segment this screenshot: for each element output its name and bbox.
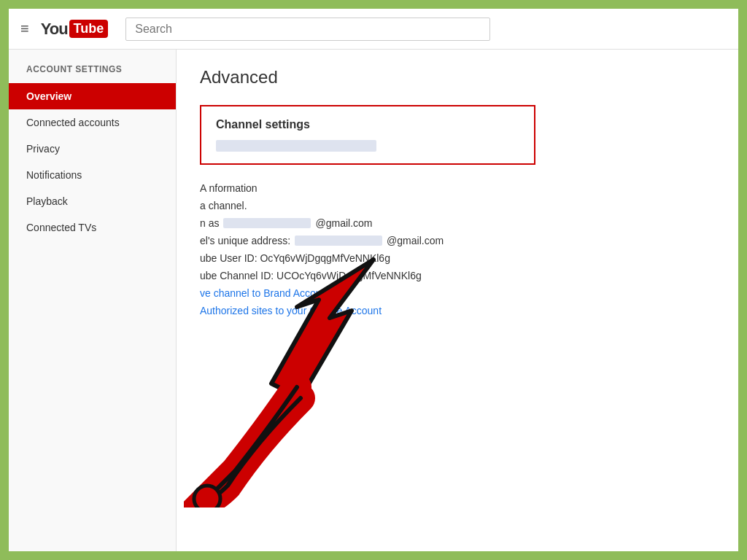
search-input[interactable] bbox=[125, 18, 490, 41]
youtube-text: You bbox=[41, 20, 68, 39]
youtube-logo: You Tube bbox=[41, 20, 109, 39]
channel-settings-blurred bbox=[216, 140, 376, 152]
address-blurred bbox=[295, 236, 382, 246]
sidebar-item-connected-tvs[interactable]: Connected TVs bbox=[9, 214, 176, 241]
svg-point-1 bbox=[194, 486, 220, 508]
sidebar-item-notifications[interactable]: Notifications bbox=[9, 162, 176, 188]
sidebar-item-connected-accounts[interactable]: Connected accounts bbox=[9, 109, 176, 136]
section-title-partial: A nformation bbox=[200, 182, 715, 194]
signed-in-label: n as bbox=[200, 217, 219, 229]
signed-in-suffix: @gmail.com bbox=[315, 217, 372, 229]
hamburger-menu-icon[interactable]: ≡ bbox=[20, 20, 29, 37]
youtube-box-text: Tube bbox=[69, 20, 109, 38]
sidebar-item-privacy[interactable]: Privacy bbox=[9, 136, 176, 162]
email-blurred bbox=[223, 218, 311, 228]
account-info-section: A nformation a channel. n as @gmail.com … bbox=[200, 182, 715, 316]
sidebar-item-overview[interactable]: Overview bbox=[9, 83, 176, 109]
channel-id-line: ube Channel ID: UCOcYq6vWjDgqgMfVeNNKl6g bbox=[200, 270, 715, 281]
line1-partial: a channel. bbox=[200, 200, 715, 211]
main-content: Advanced Channel settings A nformation a… bbox=[177, 50, 738, 551]
unique-address-label: el's unique address: bbox=[200, 235, 290, 246]
brand-account-link[interactable]: ve channel to Brand Account bbox=[200, 287, 715, 299]
authorized-sites-link[interactable]: Authorized sites to your Google Account bbox=[200, 305, 715, 316]
content-area: ACCOUNT SETTINGS Overview Connected acco… bbox=[9, 50, 738, 551]
channel-settings-box: Channel settings bbox=[200, 105, 535, 165]
sidebar-item-playback[interactable]: Playback bbox=[9, 188, 176, 214]
sidebar: ACCOUNT SETTINGS Overview Connected acco… bbox=[9, 50, 177, 551]
user-id-line: ube User ID: OcYq6vWjDgqgMfVeNNKl6g bbox=[200, 252, 715, 264]
account-settings-label: ACCOUNT SETTINGS bbox=[9, 64, 176, 83]
channel-settings-title: Channel settings bbox=[216, 118, 519, 131]
header: ≡ You Tube bbox=[9, 9, 738, 50]
address-suffix: @gmail.com bbox=[387, 235, 444, 246]
page-title: Advanced bbox=[200, 67, 715, 88]
unique-address-line: el's unique address: @gmail.com bbox=[200, 235, 715, 246]
signed-in-as-line: n as @gmail.com bbox=[200, 217, 715, 229]
